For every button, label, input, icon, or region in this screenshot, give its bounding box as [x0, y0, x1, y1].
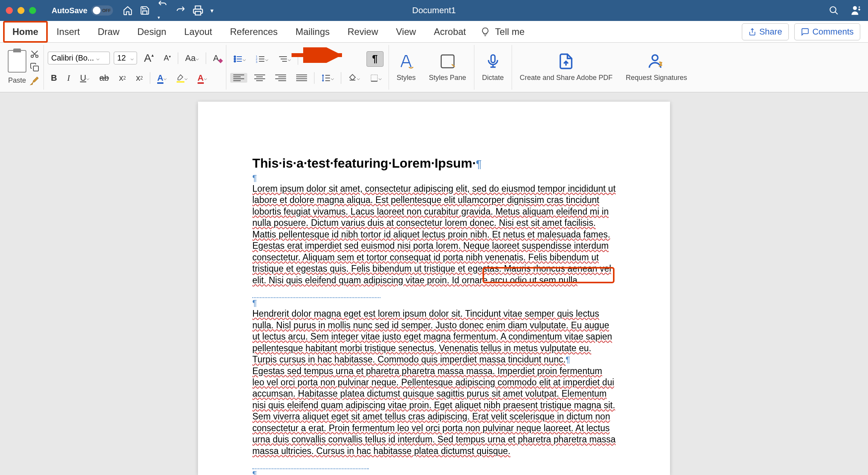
annotation-rectangle	[483, 267, 615, 283]
chevron-down-icon: ⌵	[130, 55, 134, 61]
trailing-dotted-line	[252, 286, 380, 298]
chevron-down-icon: ⌵	[96, 55, 99, 61]
title-bar: AutoSave OFF ▾ ▾ Document1	[0, 0, 868, 21]
autosave-label: AutoSave	[52, 6, 87, 15]
pilcrow-icon: ¶	[252, 469, 616, 475]
home-icon[interactable]	[123, 5, 133, 16]
dictate-button[interactable]: Dictate	[478, 51, 508, 83]
paragraph-group: ⌵ 123 ⌵ ⌵ ¶ ⌵ ⌵ ⌵	[226, 45, 389, 90]
pilcrow-icon: ¶	[252, 298, 616, 308]
align-center-button[interactable]	[251, 73, 268, 83]
quick-access-toolbar: ▾ ▾	[123, 0, 214, 22]
svg-point-3	[31, 55, 33, 57]
svg-point-1	[853, 6, 857, 10]
svg-rect-5	[33, 66, 38, 71]
increase-font-size-button[interactable]: A▴	[141, 50, 157, 66]
para3-text: Egestas sed tempus urna et pharetra phar…	[252, 366, 616, 456]
align-left-button[interactable]	[230, 73, 247, 83]
borders-button[interactable]: ⌵	[367, 72, 385, 84]
strikethrough-button[interactable]: ab	[96, 71, 112, 85]
tab-design[interactable]: Design	[128, 21, 175, 42]
undo-icon[interactable]: ▾	[157, 0, 168, 22]
para2-text: Hendrerit dolor magna eget est lorem ips…	[252, 309, 612, 364]
annotation-arrow	[292, 47, 354, 63]
redo-icon[interactable]	[175, 5, 186, 16]
font-name-value: Calibri (Bo...	[51, 54, 94, 62]
line-spacing-button[interactable]: ⌵	[318, 72, 337, 84]
styles-button[interactable]: Styles	[393, 51, 420, 83]
svg-point-2	[858, 6, 860, 8]
body-paragraph-3[interactable]: Egestas sed tempus urna et pharetra phar…	[252, 366, 616, 469]
clear-formatting-button[interactable]: A◆	[210, 52, 222, 65]
cut-icon[interactable]	[30, 49, 39, 59]
svg-text:3: 3	[256, 61, 257, 63]
italic-button[interactable]: I	[64, 71, 73, 85]
shading-button[interactable]: ⌵	[345, 72, 363, 84]
clipboard-side-buttons	[30, 49, 40, 86]
styles-pane-button[interactable]: Styles Pane	[425, 51, 470, 83]
svg-text:2: 2	[256, 58, 257, 61]
highlight-button[interactable]: ⌵	[174, 73, 191, 83]
share-button[interactable]: Share	[742, 23, 789, 40]
tab-view[interactable]: View	[387, 21, 425, 42]
save-icon[interactable]	[140, 5, 150, 16]
justify-button[interactable]	[293, 73, 310, 83]
paste-button[interactable]: Paste	[8, 50, 26, 85]
text-effects-button[interactable]: A ⌵	[154, 71, 170, 85]
document-page[interactable]: This·is·a·test·featuring·Lorem·Ipsum·¶ ¶…	[198, 102, 670, 475]
request-signatures-button[interactable]: Request Signatures	[622, 51, 691, 83]
autosave-state: OFF	[102, 8, 111, 13]
search-icon[interactable]	[829, 5, 839, 16]
account-icon[interactable]	[851, 5, 862, 16]
numbering-button[interactable]: 123 ⌵	[253, 54, 271, 64]
document-area[interactable]: This·is·a·test·featuring·Lorem·Ipsum·¶ ¶…	[0, 92, 868, 475]
autosave-toggle[interactable]: OFF	[91, 5, 113, 16]
autosave-control: AutoSave OFF	[52, 5, 113, 16]
subscript-button[interactable]: x2	[116, 71, 129, 85]
svg-point-10	[234, 61, 236, 62]
underline-button[interactable]: U ⌵	[77, 71, 92, 85]
svg-rect-27	[371, 75, 377, 81]
comments-button[interactable]: Comments	[794, 23, 860, 40]
change-case-button[interactable]: Aa ⌵	[182, 52, 202, 65]
superscript-button[interactable]: x2	[133, 71, 146, 85]
close-window-button[interactable]	[6, 7, 13, 14]
pilcrow-icon: ¶	[566, 355, 570, 364]
tell-me-group[interactable]: Tell me	[481, 21, 533, 42]
font-name-select[interactable]: Calibri (Bo... ⌵	[48, 52, 110, 64]
svg-point-6	[234, 56, 236, 57]
svg-point-0	[830, 7, 836, 12]
bold-button[interactable]: B	[48, 71, 60, 85]
lightbulb-icon	[481, 27, 490, 36]
tab-references[interactable]: References	[221, 21, 287, 42]
trailing-dotted-line	[252, 457, 369, 469]
tab-home[interactable]: Home	[3, 21, 48, 43]
maximize-window-button[interactable]	[29, 7, 36, 14]
align-right-button[interactable]	[272, 73, 289, 83]
document-heading[interactable]: This·is·a·test·featuring·Lorem·Ipsum·¶	[252, 156, 616, 171]
tab-acrobat[interactable]: Acrobat	[425, 21, 475, 42]
show-hide-pilcrow-button[interactable]: ¶	[366, 51, 384, 67]
styles-label: Styles	[397, 74, 416, 82]
comments-label: Comments	[812, 27, 854, 37]
tab-insert[interactable]: Insert	[48, 21, 89, 42]
format-painter-icon[interactable]	[30, 76, 40, 86]
qat-customize-icon[interactable]: ▾	[210, 7, 214, 14]
svg-point-4	[36, 55, 38, 57]
tab-review[interactable]: Review	[339, 21, 387, 42]
tab-draw[interactable]: Draw	[89, 21, 128, 42]
decrease-font-size-button[interactable]: A▾	[161, 52, 174, 64]
copy-icon[interactable]	[30, 62, 39, 72]
font-size-select[interactable]: 12 ⌵	[114, 52, 137, 64]
svg-rect-31	[491, 55, 495, 62]
create-share-pdf-button[interactable]: Create and Share Adobe PDF	[516, 51, 616, 83]
print-icon[interactable]	[193, 5, 203, 16]
tab-mailings[interactable]: Mailings	[286, 21, 339, 42]
body-paragraph-2[interactable]: Hendrerit dolor magna eget est lorem ips…	[252, 308, 616, 365]
bullets-button[interactable]: ⌵	[230, 54, 249, 64]
minimize-window-button[interactable]	[17, 7, 24, 14]
toggle-knob	[93, 7, 101, 14]
font-color-button[interactable]: A ⌵	[194, 71, 210, 85]
tab-layout[interactable]: Layout	[175, 21, 221, 42]
multilevel-list-button[interactable]: ⌵	[275, 54, 294, 64]
